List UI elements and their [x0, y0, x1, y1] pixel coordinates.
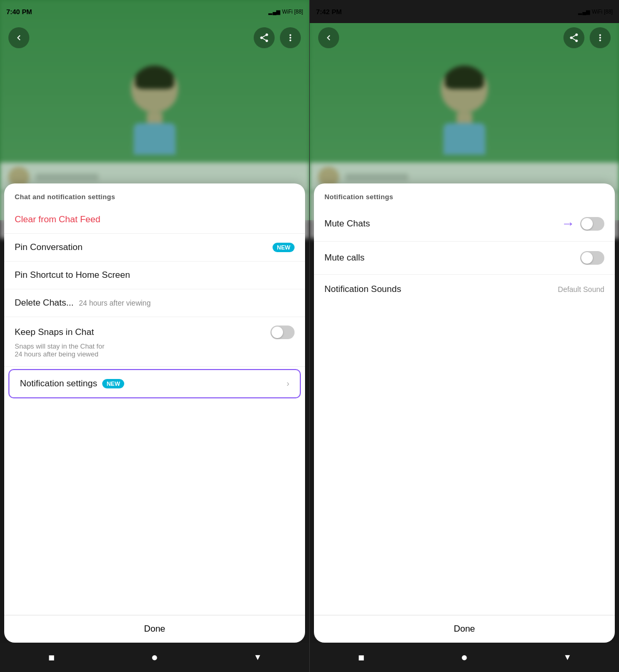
done-button-left[interactable]: Done	[4, 615, 305, 643]
status-icons-right: ▂▄▆ WiFi [88]	[578, 9, 613, 15]
status-bar-left: 7:40 PM ▂▄▆ WiFi [88]	[0, 0, 309, 23]
notification-settings-label: Notification settings	[20, 378, 97, 389]
avatar-head-right	[441, 66, 488, 113]
delete-chats-row: Delete Chats... 24 hours after viewing	[15, 298, 150, 308]
done-spacer-right: Done	[314, 304, 615, 643]
clear-feed-item[interactable]: Clear from Chat Feed	[4, 206, 305, 234]
status-bar-right: 7:42 PM ▂▄▆ WiFi [88]	[310, 0, 619, 23]
wifi-icon-right: WiFi	[592, 9, 602, 15]
nav-circle-left[interactable]: ●	[148, 651, 161, 664]
left-phone-panel: 7:40 PM ▂▄▆ WiFi [88]	[0, 0, 309, 672]
sheet-title-left: Chat and notification settings	[4, 183, 305, 206]
phone-bottom-right: ■ ● ▼	[310, 643, 619, 672]
signal-icon-right: ▂▄▆	[578, 9, 590, 15]
avatar-neck	[147, 113, 162, 123]
signal-icon: ▂▄▆	[268, 9, 280, 15]
avatar-body	[134, 123, 176, 155]
purple-arrow-icon: →	[561, 215, 575, 232]
nav-triangle-right[interactable]: ▼	[561, 651, 574, 664]
status-time-left: 7:40 PM	[6, 8, 32, 16]
avatar-figure	[131, 66, 178, 155]
status-icons-left: ▂▄▆ WiFi [88]	[268, 9, 303, 15]
phone-bottom-left: ■ ● ▼	[0, 643, 309, 672]
wifi-icon: WiFi	[282, 9, 292, 15]
clear-feed-label: Clear from Chat Feed	[15, 214, 100, 225]
battery-icon-right: [88]	[604, 9, 613, 15]
notification-settings-inner: Notification settings NEW	[20, 378, 124, 389]
delete-chats-label: Delete Chats...	[15, 298, 73, 308]
header-right-icons	[563, 27, 611, 48]
share-button-left[interactable]	[254, 27, 275, 48]
bottom-sheet-left: Chat and notification settings Clear fro…	[4, 183, 305, 643]
mute-chats-right: →	[561, 215, 604, 232]
back-button-left[interactable]	[8, 27, 29, 48]
delete-chats-sub: 24 hours after viewing	[79, 299, 150, 307]
mute-chats-row[interactable]: Mute Chats →	[314, 206, 615, 242]
nav-triangle-left[interactable]: ▼	[252, 651, 264, 664]
mute-calls-label: Mute calls	[324, 253, 365, 263]
more-button-left[interactable]	[280, 27, 301, 48]
avatar-figure-right	[441, 66, 488, 155]
nav-circle-right[interactable]: ●	[458, 651, 471, 664]
header-right-left	[254, 27, 301, 48]
avatar-hair-right	[445, 66, 484, 89]
notification-sheet-title: Notification settings	[314, 183, 615, 206]
avatar-head	[131, 66, 178, 113]
keep-snaps-toggle[interactable]	[270, 326, 295, 339]
avatar-body-right	[443, 123, 485, 155]
share-button-right[interactable]	[563, 27, 584, 48]
mute-chats-label: Mute Chats	[324, 219, 370, 229]
notif-sounds-row[interactable]: Notification Sounds Default Sound	[314, 275, 615, 304]
header-left	[0, 23, 309, 52]
nav-square-right[interactable]: ■	[355, 651, 367, 664]
done-button-right[interactable]: Done	[314, 615, 615, 643]
battery-icon: [88]	[294, 9, 303, 15]
delete-chats-item[interactable]: Delete Chats... 24 hours after viewing	[4, 289, 305, 317]
avatar-hair	[135, 66, 174, 89]
notification-settings-chevron: ›	[287, 379, 289, 388]
mute-chats-toggle[interactable]	[580, 217, 604, 231]
right-phone-panel: 7:42 PM ▂▄▆ WiFi [88]	[310, 0, 619, 672]
notif-sounds-value: Default Sound	[558, 285, 604, 294]
pin-conversation-item[interactable]: Pin Conversation NEW	[4, 234, 305, 262]
nav-square-left[interactable]: ■	[45, 651, 58, 664]
keep-snaps-sub: Snaps will stay in the Chat for24 hours …	[15, 342, 104, 358]
pin-conversation-label: Pin Conversation	[15, 242, 82, 253]
avatar-neck-right	[457, 113, 472, 123]
done-spacer-left: Done	[4, 400, 305, 643]
more-button-right[interactable]	[590, 27, 611, 48]
notif-sounds-label: Notification Sounds	[324, 284, 401, 295]
keep-snaps-item[interactable]: Keep Snaps in Chat Snaps will stay in th…	[4, 317, 305, 367]
back-button-right[interactable]	[318, 27, 339, 48]
keep-snaps-label: Keep Snaps in Chat	[15, 327, 94, 338]
notification-settings-item[interactable]: Notification settings NEW ›	[8, 369, 301, 398]
pin-conversation-badge: NEW	[273, 243, 295, 252]
pin-home-item[interactable]: Pin Shortcut to Home Screen	[4, 262, 305, 289]
notification-settings-badge: NEW	[102, 379, 124, 388]
profile-name-left	[36, 174, 99, 181]
header-right	[310, 23, 619, 52]
pin-home-label: Pin Shortcut to Home Screen	[15, 270, 130, 280]
mute-calls-row[interactable]: Mute calls	[314, 242, 615, 275]
status-time-right: 7:42 PM	[316, 8, 342, 16]
profile-name-right	[345, 174, 408, 181]
notification-sheet: Notification settings Mute Chats → Mute …	[314, 183, 615, 643]
mute-calls-toggle[interactable]	[580, 251, 604, 265]
